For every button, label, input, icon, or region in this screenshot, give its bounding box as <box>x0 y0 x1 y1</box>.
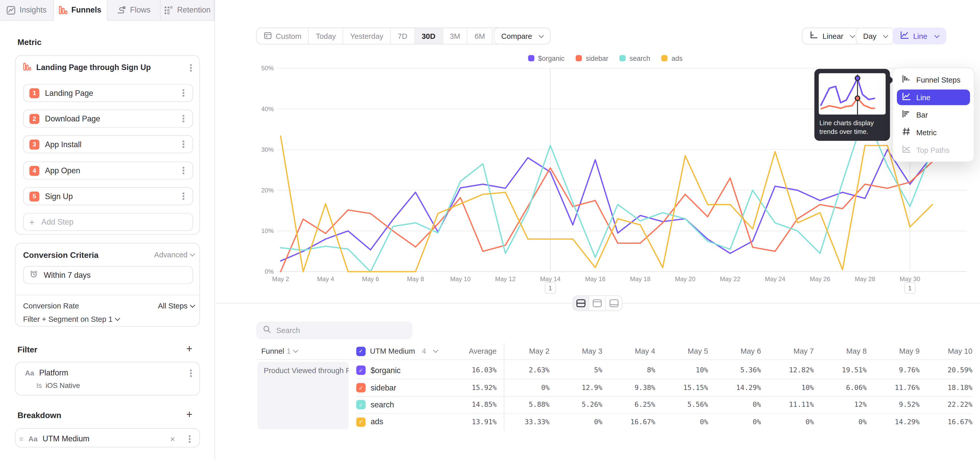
step-kebab-icon[interactable] <box>183 143 184 145</box>
step-label: App Install <box>45 140 174 149</box>
add-step-label: Add Step <box>41 217 73 226</box>
breakdown-kebab-icon[interactable] <box>189 438 191 439</box>
series-name: sidebar <box>371 383 396 392</box>
date-range-3m[interactable]: 3M <box>443 28 468 44</box>
cell-value: 0% <box>708 401 761 409</box>
menu-item-line[interactable]: Line <box>897 89 970 105</box>
legend-item-organic[interactable]: $organic <box>528 54 565 62</box>
conversion-rate-dropdown[interactable]: All Steps <box>158 302 194 310</box>
cell-value: 0% <box>496 383 549 392</box>
metric-kebab-icon[interactable] <box>190 67 192 69</box>
line-chart-icon <box>902 92 911 103</box>
step-label: Landing Page <box>45 89 174 97</box>
tab-retention[interactable]: Retention <box>161 0 215 21</box>
conversion-window-button[interactable]: Within 7 days <box>23 266 193 284</box>
cell-value: 14.29% <box>708 383 761 392</box>
remove-breakdown-icon[interactable]: × <box>170 434 175 443</box>
x-axis-label: May 14 <box>540 275 560 283</box>
legend-item-search[interactable]: search <box>620 54 650 62</box>
date-range-7d[interactable]: 7D <box>391 28 415 44</box>
menu-item-bar[interactable]: Bar <box>897 107 970 123</box>
metric-title: Landing Page through Sign Up <box>36 63 183 72</box>
series-name: ads <box>371 418 383 426</box>
step-kebab-icon[interactable] <box>183 170 184 171</box>
filter-value[interactable]: iOS Native <box>46 382 80 389</box>
chart-type-dropdown[interactable]: Line <box>892 27 946 45</box>
row-checkbox[interactable]: ✓ <box>356 366 366 375</box>
cell-value: 20.59% <box>920 366 972 374</box>
row-checkbox[interactable]: ✓ <box>356 417 366 427</box>
chevron-down-icon <box>934 32 939 38</box>
step-number-badge: 5 <box>29 191 39 201</box>
cell-value: 5% <box>549 366 602 374</box>
x-axis-label: May 24 <box>765 275 785 283</box>
add-breakdown-button[interactable]: + <box>186 409 192 421</box>
compare-button[interactable]: Compare <box>494 27 551 45</box>
tab-insights[interactable]: Insights <box>0 0 54 21</box>
x-axis-label: May 30 <box>900 275 920 283</box>
legend-item-ads[interactable]: ads <box>662 54 682 62</box>
add-filter-button[interactable]: + <box>186 343 192 356</box>
tab-funnels[interactable]: Funnels <box>54 0 107 21</box>
cell-value: 9.38% <box>602 383 655 392</box>
search-input[interactable] <box>276 326 401 335</box>
table-search <box>256 322 412 339</box>
add-step-button[interactable]: + Add Step <box>23 213 193 231</box>
layout-chart-button[interactable] <box>589 296 606 310</box>
step-kebab-icon[interactable] <box>183 92 184 94</box>
tooltip-mini-chart <box>819 73 886 115</box>
select-all-checkbox[interactable]: ✓ <box>356 347 366 356</box>
date-range-6m[interactable]: 6M <box>468 28 493 44</box>
menu-item-label: Metric <box>916 128 937 137</box>
step-row-1[interactable]: 1 Landing Page <box>23 84 193 102</box>
date-range-custom[interactable]: Custom <box>257 28 309 44</box>
date-range-30d[interactable]: 30D <box>415 28 443 44</box>
cell-value: 0% <box>655 418 708 426</box>
date-range-control: Custom Today Yesterday 7D 30D 3M 6M 12M <box>256 27 522 45</box>
date-range-yesterday[interactable]: Yesterday <box>343 28 391 44</box>
legend-swatch <box>662 55 668 61</box>
step-kebab-icon[interactable] <box>183 195 184 197</box>
breakdown-property[interactable]: UTM Medium <box>43 434 165 443</box>
breakdown-column-dropdown[interactable]: ✓ UTM Medium 4 <box>356 347 444 356</box>
property-type-icon: Aa <box>28 435 38 442</box>
cell-value: 0% <box>761 418 814 426</box>
funnel-column-dropdown[interactable]: Funnel 1 <box>256 347 356 356</box>
filter-property[interactable]: Platform <box>39 369 183 377</box>
row-checkbox[interactable]: ✓ <box>356 383 366 393</box>
cell-value: 13.91% <box>444 418 496 426</box>
step-row-3[interactable]: 3 App Install <box>23 135 193 153</box>
layout-split-button[interactable] <box>573 296 590 310</box>
cell-value: 12.82% <box>761 366 814 374</box>
x-axis-label: May 6 <box>362 275 379 283</box>
date-range-today[interactable]: Today <box>309 28 344 44</box>
tab-flows[interactable]: Flows <box>107 0 161 21</box>
granularity-dropdown[interactable]: Day <box>856 27 895 45</box>
filter-operator[interactable]: Is <box>36 382 42 389</box>
step-row-4[interactable]: 4 App Open <box>23 161 193 180</box>
step-kebab-icon[interactable] <box>183 118 184 119</box>
date-range-label: Today <box>316 32 336 40</box>
filter-kebab-icon[interactable] <box>190 372 192 374</box>
legend-item-sidebar[interactable]: sidebar <box>576 54 608 62</box>
cell-value: 14.29% <box>867 418 920 426</box>
row-checkbox[interactable]: ✓ <box>356 400 366 410</box>
report-tabbar: Insights Funnels Flows <box>0 0 215 21</box>
step-number-badge: 4 <box>29 166 39 176</box>
calendar-icon <box>264 31 272 41</box>
filter-heading: Filter <box>18 345 38 354</box>
drag-handle-icon[interactable]: ≡ <box>19 435 24 442</box>
menu-item-metric[interactable]: Metric <box>897 125 970 140</box>
step-row-5[interactable]: 5 Sign Up <box>23 187 193 205</box>
filter-segment-dropdown[interactable]: Filter + Segment on Step 1 <box>23 315 119 324</box>
menu-item-funnel-steps[interactable]: Funnel Steps <box>897 72 970 88</box>
search-icon <box>262 325 271 336</box>
cell-value: 9.52% <box>867 401 920 409</box>
conversion-criteria-heading: Conversion Criteria <box>23 250 149 259</box>
scale-label: Linear <box>822 32 843 40</box>
advanced-dropdown[interactable]: Advanced <box>154 251 194 259</box>
layout-table-button[interactable] <box>606 296 622 310</box>
scale-dropdown[interactable]: Linear <box>802 27 862 45</box>
step-row-2[interactable]: 2 Download Page <box>23 110 193 128</box>
conversion-rate-value: All Steps <box>158 302 188 310</box>
